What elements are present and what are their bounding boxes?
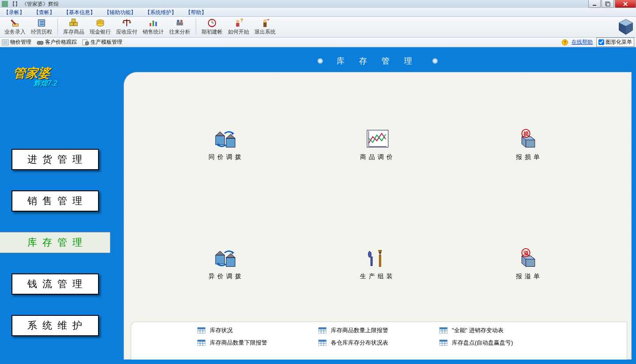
- overflow-box-icon: 溢: [517, 248, 541, 268]
- svg-point-39: [40, 41, 43, 45]
- tb-cash[interactable]: 现金银行: [87, 17, 114, 37]
- svg-rect-88: [439, 327, 447, 329]
- pen-hand-icon: [10, 18, 20, 28]
- main-area: 库 存 管 理 管家婆 辉煌7.2 进货管理 销售管理 库存管理 钱流管理 系统…: [0, 47, 636, 364]
- tb2-cust-price[interactable]: 客户价格跟踪: [37, 38, 77, 46]
- grid-icon: [439, 340, 447, 346]
- clock-icon: [207, 18, 217, 28]
- menu-bar: 【录帐】 【查帐】 【基本信息】 【辅助功能】 【系统维护】 【帮助】: [0, 8, 636, 17]
- sidebar-item-purchase[interactable]: 进货管理: [11, 149, 99, 170]
- svg-rect-27: [236, 23, 239, 27]
- grid-icon: [197, 327, 205, 334]
- tb-biz-entry[interactable]: 业务录入: [2, 17, 28, 37]
- grid-icon: [439, 327, 447, 334]
- svg-point-20: [177, 20, 180, 23]
- grid-overflow[interactable]: 溢 报溢单: [454, 205, 605, 324]
- svg-text:溢: 溢: [523, 250, 529, 256]
- blink-upper-alarm[interactable]: 库存商品数量上限报警: [318, 326, 439, 334]
- cube-logo-icon: [617, 19, 634, 35]
- brand-edition: 辉煌7.2: [34, 79, 57, 88]
- secondary-toolbar: 物价管理 客户价格跟踪 生产模板管理 ? 在线帮助 图形化菜单: [0, 38, 636, 47]
- menu-help[interactable]: 【帮助】: [186, 9, 207, 16]
- tb-initial[interactable]: 期初建帐: [199, 17, 225, 37]
- svg-rect-42: [216, 136, 224, 145]
- gear-doc-icon: [82, 39, 89, 46]
- svg-rect-65: [379, 252, 382, 253]
- tb-arap[interactable]: 应收应付: [114, 17, 140, 37]
- svg-point-21: [180, 20, 183, 23]
- handshake-icon: [175, 18, 185, 28]
- boxes-icon: [69, 18, 79, 28]
- book-icon: [37, 18, 46, 28]
- tb2-template[interactable]: 生产模板管理: [82, 38, 122, 46]
- content-panel: 同价调拨 商品调价 损 报损单 异价调拨 生产组装: [124, 72, 632, 360]
- svg-rect-106: [439, 340, 447, 341]
- tb-history[interactable]: 经营历程: [28, 17, 55, 37]
- svg-point-30: [263, 19, 266, 23]
- menu-record[interactable]: 【录帐】: [4, 9, 25, 16]
- grid-diff-price-transfer[interactable]: 异价调拨: [150, 205, 302, 324]
- brand-area: 管家婆 辉煌7.2: [0, 47, 110, 83]
- tools-icon: [365, 248, 390, 268]
- grid-production[interactable]: 生产组装: [302, 205, 453, 324]
- blink-lower-alarm[interactable]: 库存商品数量下限报警: [197, 339, 318, 347]
- svg-rect-56: [216, 255, 224, 264]
- bottom-links-panel: 库存状况 库存商品数量上限报警 "全能" 进销存变动表 库存商品数量下限报警 各…: [131, 322, 627, 360]
- svg-rect-22: [177, 22, 183, 25]
- svg-marker-57: [216, 251, 224, 255]
- blink-stocktake[interactable]: 库存盘点(自动盘赢盘亏): [439, 339, 560, 347]
- gfx-menu-checkbox[interactable]: 图形化菜单: [596, 38, 634, 47]
- svg-rect-11: [72, 19, 75, 23]
- svg-marker-60: [232, 251, 235, 254]
- main-toolbar: 业务录入 经营历程 库存商品 现金银行 应收应付 销售统计 往来分析 期初建帐 …: [0, 17, 636, 38]
- grid-loss[interactable]: 损 报损单: [454, 85, 605, 205]
- loss-box-icon: 损: [517, 129, 541, 149]
- grid-price-adjust[interactable]: 商品调价: [302, 85, 453, 205]
- maximize-button[interactable]: [602, 0, 614, 8]
- tb-exit[interactable]: 退出系统: [252, 17, 278, 37]
- chart-icon: [148, 18, 158, 28]
- grid-icon: [197, 340, 205, 346]
- tb-inventory[interactable]: 库存商品: [61, 17, 87, 37]
- menu-sys[interactable]: 【系统维护】: [145, 9, 177, 16]
- sidebar-item-sales[interactable]: 销售管理: [11, 190, 99, 212]
- person-q-icon: ?: [234, 18, 243, 28]
- svg-point-41: [85, 42, 89, 45]
- blink-all-change[interactable]: "全能" 进销存变动表: [439, 326, 560, 334]
- menu-basic[interactable]: 【基本信息】: [64, 9, 95, 16]
- menu-aux[interactable]: 【辅助功能】: [104, 9, 136, 16]
- title-bar: 【】 《管家婆》辉煌: [0, 0, 636, 8]
- svg-rect-17: [150, 23, 151, 26]
- svg-marker-59: [226, 254, 235, 258]
- help-icon[interactable]: ?: [562, 39, 568, 46]
- sidebar: 管家婆 辉煌7.2 进货管理 销售管理 库存管理 钱流管理 系统维护: [0, 47, 110, 364]
- sidebar-item-sysmaint[interactable]: 系统维护: [11, 315, 99, 336]
- tb-contact-analysis[interactable]: 往来分析: [167, 17, 193, 37]
- binocular-icon: [37, 39, 44, 46]
- svg-marker-46: [232, 132, 235, 135]
- svg-text:?: ?: [240, 18, 243, 23]
- svg-rect-58: [226, 258, 235, 266]
- close-button[interactable]: [615, 0, 636, 8]
- svg-rect-100: [318, 340, 326, 341]
- price-chart-icon: [365, 129, 390, 149]
- online-help-link[interactable]: 在线帮助: [572, 38, 593, 46]
- tb2-price[interactable]: 物价管理: [2, 38, 31, 46]
- svg-rect-62: [371, 257, 372, 265]
- svg-rect-18: [152, 21, 154, 27]
- blink-inv-status[interactable]: 库存状况: [197, 326, 318, 334]
- minimize-button[interactable]: [588, 0, 601, 8]
- tb-sales-stat[interactable]: 销售统计: [140, 17, 167, 37]
- grid-same-price-transfer[interactable]: 同价调拨: [150, 85, 302, 205]
- svg-marker-45: [226, 134, 235, 138]
- svg-rect-82: [318, 327, 326, 329]
- tb-how-start[interactable]: ?如何开始: [225, 17, 252, 37]
- blink-dist[interactable]: 各仓库库存分布状况表: [318, 339, 439, 347]
- svg-point-26: [236, 20, 239, 23]
- warehouse-swap-icon: [214, 129, 238, 149]
- warehouse-swap-icon: [214, 248, 238, 268]
- svg-rect-44: [226, 138, 235, 147]
- sidebar-item-cashflow[interactable]: 钱流管理: [11, 273, 99, 295]
- menu-query[interactable]: 【查帐】: [34, 9, 55, 16]
- sidebar-item-inventory[interactable]: 库存管理: [0, 232, 110, 253]
